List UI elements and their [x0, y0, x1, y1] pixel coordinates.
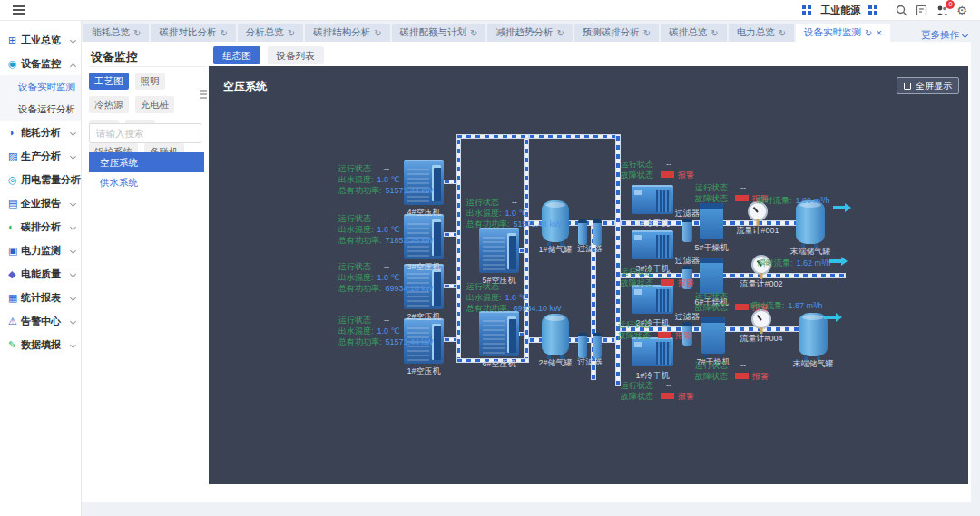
- sidebar-item-enterprise-report[interactable]: ▤企业报告: [0, 191, 81, 215]
- info-value: 69934.10 kW: [386, 284, 434, 293]
- chevron-down-icon: [70, 200, 76, 207]
- power-monitor-icon: ▣: [8, 246, 21, 256]
- sidebar-item-power-quality[interactable]: ◆电能质量: [0, 262, 81, 286]
- info-value: 51571.44 kW: [386, 186, 434, 195]
- refresh-icon: ↻: [710, 28, 718, 38]
- sidebar-item-label: 设备监控: [21, 57, 61, 71]
- category-button[interactable]: 充电桩: [135, 96, 175, 113]
- page-title: 设备监控: [91, 49, 138, 65]
- tab-label: 减排趋势分析: [495, 26, 553, 39]
- machine-dryer-h[interactable]: [632, 285, 673, 314]
- view-tab-device-list[interactable]: 设备列表: [268, 46, 324, 64]
- tab-4[interactable]: 碳排配额与计划↻: [392, 24, 486, 42]
- category-button[interactable]: 照明: [135, 73, 165, 90]
- category-button[interactable]: 工艺图: [89, 73, 129, 90]
- sidebar-subitem[interactable]: 设备实时监测: [0, 75, 81, 98]
- run-state-label: 运行状态: [695, 183, 728, 192]
- machine-compressor[interactable]: [479, 311, 519, 356]
- flow-arrow-icon: [829, 259, 841, 263]
- machine-label: 过滤器: [554, 356, 626, 368]
- refresh-icon: ↻: [374, 28, 381, 38]
- sidebar: ⊞工业总览◉设备监控设备实时监测设备运行分析◑能耗分析▨生产分析◎用电需量分析▤…: [0, 21, 82, 516]
- app-grid-icon[interactable]: [802, 5, 806, 9]
- refresh-icon: ↻: [643, 28, 651, 38]
- tab-9[interactable]: 设备实时监测↻×: [796, 24, 890, 42]
- machine-tank[interactable]: [542, 314, 569, 355]
- machine-tank-end[interactable]: [799, 313, 828, 356]
- view-tabs: 组态图 设备列表: [213, 46, 324, 64]
- machine-dryer-h[interactable]: [632, 337, 673, 366]
- info-label: 总有功功率:: [338, 236, 382, 245]
- device-monitor-icon: ◉: [8, 59, 21, 69]
- audit-doc-icon[interactable]: [916, 5, 927, 16]
- flow-amount: 1.62 m³/h: [797, 258, 831, 268]
- alarm-indicator: [735, 304, 749, 310]
- sidebar-item-device-monitor[interactable]: ◉设备监控: [0, 52, 81, 75]
- sidebar-submenu: 设备实时监测设备运行分析: [0, 75, 81, 121]
- panel-collapse-icon[interactable]: [200, 90, 207, 92]
- info-block: 运行状态--出水温度:1.0 ℃总有功功率:69934.10 kW: [338, 261, 434, 294]
- tab-1[interactable]: 碳排对比分析↻: [151, 24, 235, 42]
- info-label: 出水温度:: [466, 209, 502, 218]
- sidebar-item-alarm-center[interactable]: ⚠告警中心: [0, 309, 81, 333]
- sidebar-item-power-monitor[interactable]: ▣电力监测: [0, 239, 81, 262]
- system-list-item[interactable]: 空压系统: [89, 152, 204, 172]
- run-state-value: --: [663, 320, 669, 329]
- system-list-item[interactable]: 供水系统: [89, 172, 204, 192]
- sidebar-item-label: 企业报告: [21, 197, 61, 210]
- machine-filter2[interactable]: [578, 216, 602, 241]
- info-label: 运行状态: [466, 198, 499, 207]
- sidebar-item-demand-analysis[interactable]: ◎用电需量分析: [0, 168, 81, 191]
- tab-label: 碳排结构分析: [313, 26, 370, 39]
- info-label: 总有功功率:: [466, 219, 510, 229]
- sidebar-item-data-entry[interactable]: ✎数据填报: [0, 333, 81, 356]
- sidebar-item-industry-overview[interactable]: ⊞工业总览: [0, 28, 81, 52]
- tab-8[interactable]: 电力总览↻: [729, 24, 794, 42]
- category-button[interactable]: 冷热源: [89, 96, 129, 113]
- view-tab-diagram[interactable]: 组态图: [213, 46, 260, 64]
- chevron-down-icon: [70, 295, 76, 301]
- sidebar-item-carbon-analysis[interactable]: ◐碳排分析: [0, 215, 81, 239]
- status-block: 运行状态--故障状态报警: [695, 360, 769, 382]
- notification-badge: 0: [946, 0, 955, 9]
- pipe: [519, 332, 524, 336]
- info-block: 运行状态--出水温度:1.0 ℃总有功功率:51571.44 kW: [338, 315, 434, 347]
- tab-5[interactable]: 减排趋势分析↻: [487, 24, 572, 42]
- tab-7[interactable]: 碳排总览↻: [661, 24, 726, 42]
- energy-analysis-icon: ◑: [8, 128, 21, 138]
- machine-compressor[interactable]: [479, 228, 519, 273]
- sidebar-subitem[interactable]: 设备运行分析: [0, 98, 81, 121]
- search-input[interactable]: [89, 123, 201, 143]
- machine-label: 末端储气罐: [777, 358, 849, 370]
- search-icon[interactable]: [896, 5, 907, 16]
- apps-menu-icon[interactable]: [868, 5, 872, 9]
- tab-2[interactable]: 分析总览↻: [238, 24, 303, 42]
- machine-tank-end[interactable]: [796, 200, 825, 244]
- chevron-up-icon: [70, 63, 76, 70]
- sidebar-item-label: 数据填报: [21, 338, 61, 352]
- tab-0[interactable]: 能耗总览↻: [83, 24, 149, 42]
- category-buttons: 工艺图照明冷热源充电桩光伏排污锅炉系统多联机: [89, 73, 205, 161]
- refresh-icon: ↻: [779, 28, 786, 38]
- sidebar-item-statistics-report[interactable]: ▦统计报表: [0, 286, 81, 309]
- status-block: 运行状态--故障状态报警: [621, 380, 694, 402]
- sidebar-item-label: 电能质量: [21, 268, 61, 281]
- demand-analysis-icon: ◎: [8, 175, 21, 185]
- tab-6[interactable]: 预测碳排分析↻: [574, 24, 659, 42]
- collapse-sidebar-icon[interactable]: [13, 5, 25, 7]
- fault-state-label: 故障状态: [618, 331, 651, 340]
- machine-filter2[interactable]: [578, 329, 602, 355]
- more-operations[interactable]: 更多操作: [921, 29, 980, 42]
- info-value: --: [384, 214, 389, 223]
- alarm-indicator: [735, 373, 749, 379]
- sidebar-item-production-analysis[interactable]: ▨生产分析: [0, 144, 81, 168]
- machine-dryer-v[interactable]: [701, 317, 725, 354]
- flow-arrow-icon: [824, 316, 836, 319]
- tab-3[interactable]: 碳排结构分析↻: [305, 24, 389, 42]
- alarm-center-icon: ⚠: [8, 316, 21, 326]
- sidebar-item-label: 统计报表: [21, 291, 61, 305]
- info-value: 71852.25 kW: [386, 236, 434, 245]
- tab-label: 碳排配额与计划: [400, 26, 467, 39]
- sidebar-item-energy-analysis[interactable]: ◑能耗分析: [0, 121, 81, 144]
- gear-icon[interactable]: ⚙: [956, 5, 967, 16]
